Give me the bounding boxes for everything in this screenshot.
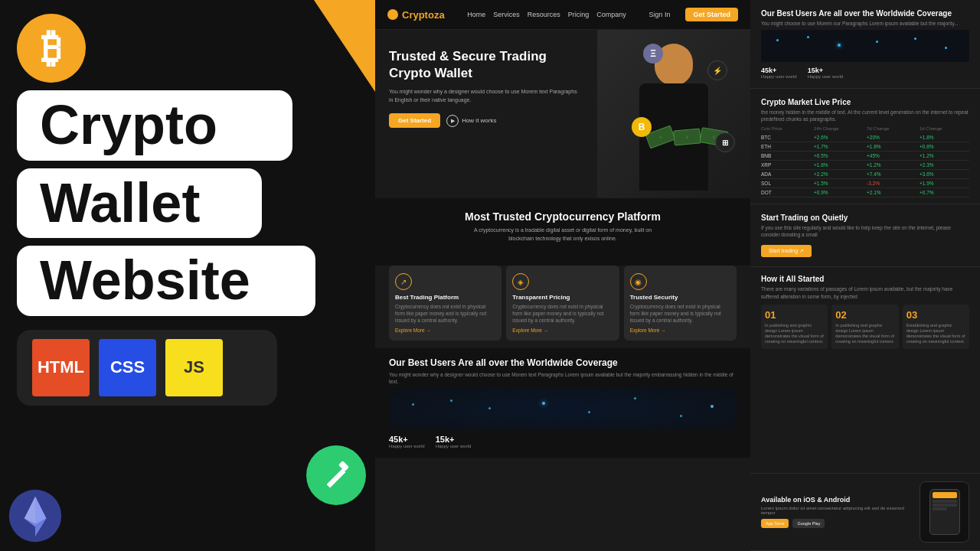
feature-card-pricing: ◈ Transparent Pricing Cryptocurrency doe…: [506, 266, 619, 341]
stat1-num: 45k+: [389, 435, 425, 444]
side-stats-row: 45k+ Happy user world 15k+ Happy user wo…: [761, 67, 969, 79]
side-coverage-title: Our Best Users Are all over the Worldwid…: [761, 9, 969, 18]
howit-desc: There are many variations of passages of…: [761, 285, 969, 299]
coin-btc: BTC: [761, 135, 811, 140]
float-eth-icon: Ξ: [643, 44, 663, 64]
btc-24h: +2.6%: [814, 135, 864, 140]
nav-company[interactable]: Company: [596, 11, 626, 18]
hero-text: Trusted & Secure Trading Crypto Wallet Y…: [389, 48, 580, 189]
nav-logo: Cryptoza: [387, 9, 445, 21]
col-7d: 7d Change: [867, 126, 916, 131]
nav-home[interactable]: Home: [467, 11, 485, 18]
howitworks-label: How it works: [462, 117, 496, 124]
eth-24h: +1.7%: [814, 144, 864, 149]
right-panel: Cryptoza Home Services Resources Pricing…: [375, 0, 980, 551]
stat2-num: 15k+: [436, 435, 472, 444]
appstore-button[interactable]: App Store: [761, 519, 789, 528]
btc-7d: +20%: [867, 135, 916, 140]
trading-title: Start Trading on Quietly: [761, 214, 969, 222]
howit-num-1: 01: [765, 309, 824, 321]
css-badge: CSS: [99, 339, 156, 396]
side-stat1: 45k+ Happy user world: [761, 67, 797, 79]
market-title: Crypto Market Live Price: [761, 98, 969, 106]
howit-num-2: 02: [835, 309, 894, 321]
side-coverage-panel: Our Best Users Are all over the Worldwid…: [750, 0, 980, 89]
market-panel: Crypto Market Live Price the money hidde…: [750, 89, 980, 204]
market-row-xrp: XRP +1.8% +1.2% +2.3%: [761, 161, 969, 170]
dot-24h: +0.9%: [814, 190, 864, 195]
start-trading-button[interactable]: Start trading ↗: [761, 245, 812, 257]
hammer-icon: [306, 445, 366, 505]
googleplay-button[interactable]: Google Play: [792, 519, 825, 528]
coin-ada: ADA: [761, 171, 811, 177]
trusted-title: Most Trusted Cryptocurrency Platform: [389, 210, 737, 223]
market-row-dot: DOT +0.9% +2.1% +0.7%: [761, 188, 969, 197]
nav-pricing[interactable]: Pricing: [568, 11, 590, 18]
trading-panel: Start Trading on Quietly If you use this…: [750, 204, 980, 267]
navbar: Cryptoza Home Services Resources Pricing…: [375, 0, 750, 30]
stat-growth: 15k+ Happy user world: [436, 435, 472, 448]
market-row-bnb: BNB +0.5% +45% +1.2%: [761, 152, 969, 161]
trading-desc: If you use this site regularly and would…: [761, 224, 969, 238]
security-icon: ◉: [630, 273, 647, 290]
bnb-7d: +45%: [867, 153, 916, 158]
stat-users: 45k+ Happy user world: [389, 435, 425, 448]
nav-signin[interactable]: Sign In: [648, 11, 670, 18]
js-badge: JS: [165, 339, 223, 396]
howit-text-3: Establishing and graphic design Lorem ip…: [906, 323, 965, 345]
eth-7d: +1.8%: [867, 144, 916, 149]
sol-1d: +1.9%: [920, 181, 969, 186]
coin-eth: ETH: [761, 144, 811, 149]
feature-card-trading: ↗ Best Trading Platform Cryptocurrency d…: [389, 266, 501, 341]
side-coverage-desc: You might choose to use Morem our Paragr…: [761, 20, 969, 27]
website-preview: Cryptoza Home Services Resources Pricing…: [375, 0, 980, 551]
howit-num-3: 03: [906, 309, 965, 321]
hero-getstarted-button[interactable]: Get Started: [389, 113, 440, 128]
xrp-7d: +1.2%: [867, 162, 916, 168]
pricing-icon: ◈: [512, 273, 529, 290]
coverage-title: Our Best Users Are all over the Worldwid…: [389, 357, 737, 368]
eth-1d: +0.8%: [920, 144, 969, 149]
security-desc: Cryptocurrency does not exist in physica…: [630, 303, 730, 324]
hero-buttons: Get Started ▶ How it works: [389, 113, 580, 128]
html-badge: HTML: [32, 339, 90, 396]
side-stat2: 15k+ Happy user world: [808, 67, 844, 79]
nav-links: Home Services Resources Pricing Company: [456, 11, 639, 18]
ethereum-logo: [8, 488, 63, 543]
ios-text: Available on iOS & Android Lorem ipsum d…: [761, 496, 912, 528]
trading-link[interactable]: Explore More →: [395, 328, 495, 333]
security-title: Trusted Security: [630, 294, 730, 301]
howit-panel: How it All Started There are many variat…: [750, 267, 980, 474]
play-icon: ▶: [446, 115, 459, 127]
howit-cards: 01 In publishing and graphic design Lore…: [761, 305, 969, 350]
hero-howitworks-button[interactable]: ▶ How it works: [446, 115, 496, 127]
feature-cards: ↗ Best Trading Platform Cryptocurrency d…: [375, 266, 750, 348]
trusted-desc: A cryptocurrency is a tradable digital a…: [463, 227, 662, 243]
howit-title: How it All Started: [761, 275, 969, 283]
hero-title: Trusted & Secure Trading Crypto Wallet: [389, 48, 580, 82]
website-label-box: Website: [17, 246, 315, 316]
crypto-label-box: Crypto: [17, 90, 292, 161]
trading-icon: ↗: [395, 273, 412, 290]
side-stat2-label: Happy user world: [808, 74, 844, 79]
nav-services[interactable]: Services: [493, 11, 520, 18]
btc-1d: +1.8%: [920, 135, 969, 140]
nav-getstarted-button[interactable]: Get Started: [685, 8, 738, 21]
bnb-24h: +0.5%: [814, 153, 864, 158]
stat2-label: Happy user world: [436, 444, 472, 448]
howit-card-3: 03 Establishing and graphic design Lorem…: [903, 305, 969, 350]
side-panels: Our Best Users Are all over the Worldwid…: [750, 0, 980, 551]
security-link[interactable]: Explore More →: [630, 328, 730, 333]
hero-image: $ $ $ Ξ ⚡ B ⊞: [597, 30, 750, 198]
stat1-label: Happy user world: [389, 444, 425, 448]
logo-text: Cryptoza: [402, 9, 445, 21]
hero-section: Trusted & Secure Trading Crypto Wallet Y…: [375, 30, 750, 198]
dot-7d: +2.1%: [867, 190, 916, 195]
howit-text-2: In publishing and graphic design Lorem i…: [835, 323, 894, 345]
side-stat1-num: 45k+: [761, 67, 797, 74]
ios-desc: Lorem ipsum dolor sit amet consectetur a…: [761, 506, 912, 515]
market-table: Coin Price 24h Change 7d Change 1d Chang…: [761, 126, 969, 197]
pricing-link[interactable]: Explore More →: [512, 328, 612, 333]
col-24h: 24h Change: [814, 126, 864, 131]
nav-resources[interactable]: Resources: [528, 11, 560, 18]
